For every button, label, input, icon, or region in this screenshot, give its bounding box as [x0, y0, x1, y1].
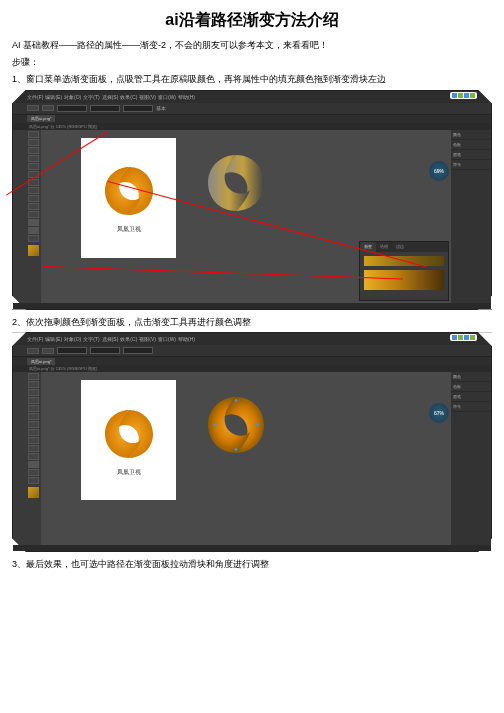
rotate-tool-icon-2[interactable] — [28, 445, 39, 452]
stroke-swatch-2[interactable] — [42, 348, 54, 354]
menubar-2: 文件(F) 编辑(E) 对象(O) 文字(T) 选择(S) 效果(C) 视图(V… — [13, 333, 491, 345]
rpanel-symbols[interactable]: 符号 — [451, 160, 491, 170]
svg-point-3 — [235, 448, 238, 451]
doc-tab[interactable]: 凤凰ai.png* — [27, 115, 55, 122]
stroke-weight-2[interactable] — [57, 347, 87, 354]
opacity-field-2[interactable] — [90, 347, 120, 354]
style-select-2[interactable] — [123, 347, 153, 354]
doc-tabbar-2: 凤凰ai.png* — [13, 357, 491, 365]
logo-edit-target[interactable] — [201, 148, 281, 228]
gradient-tool-icon[interactable] — [28, 219, 39, 226]
menu-view-2[interactable]: 视图(V) — [139, 336, 156, 342]
menu-edit-2[interactable]: 编辑(E) — [45, 336, 62, 342]
menu-window[interactable]: 窗口(W) — [158, 94, 176, 100]
doc-tabbar: 凤凰ai.png* — [13, 115, 491, 123]
scale-tool-icon-2[interactable] — [28, 453, 39, 460]
menu-help[interactable]: 帮助(H) — [178, 94, 195, 100]
rpanel-brushes[interactable]: 画笔 — [451, 150, 491, 160]
eyedropper-tool-icon[interactable] — [28, 227, 39, 234]
direct-select-icon-2[interactable] — [28, 381, 39, 388]
type-tool-icon-2[interactable] — [28, 397, 39, 404]
svg-point-1 — [235, 399, 238, 402]
brush-tool-icon-2[interactable] — [28, 421, 39, 428]
transparency-tab[interactable]: 透明 — [376, 242, 392, 252]
phoenix-logo-selected — [201, 390, 271, 460]
zoom-tool-icon-2[interactable] — [28, 477, 39, 484]
line-tool-icon-2[interactable] — [28, 405, 39, 412]
rotate-tool-icon[interactable] — [28, 203, 39, 210]
search-badge-2[interactable] — [450, 334, 477, 341]
stroke-weight[interactable] — [57, 105, 87, 112]
artboard: 凤凰卫视 — [81, 138, 176, 258]
stroke-swatch[interactable] — [42, 105, 54, 111]
rpanel-symbols-2[interactable]: 符号 — [451, 402, 491, 412]
menu-file-2[interactable]: 文件(F) — [27, 336, 43, 342]
rpanel-swatches-2[interactable]: 色板 — [451, 382, 491, 392]
menubar: 文件(F) 编辑(E) 对象(O) 文字(T) 选择(S) 效果(C) 视图(V… — [13, 91, 491, 103]
stroke-tab[interactable]: 描边 — [392, 242, 408, 252]
gradient-tool-icon-2[interactable] — [28, 461, 39, 468]
workspace-2: 凤凰卫视 — [27, 372, 451, 545]
selection-tool-icon[interactable] — [28, 131, 39, 138]
fill-swatch-2[interactable] — [27, 348, 39, 354]
pen-tool-icon-2[interactable] — [28, 389, 39, 396]
doc-tab-2[interactable]: 凤凰ai.png* — [27, 358, 55, 365]
line-tool-icon[interactable] — [28, 163, 39, 170]
menu-effect-2[interactable]: 效果(C) — [120, 336, 137, 342]
menu-view[interactable]: 视图(V) — [139, 94, 156, 100]
steps-label: 步骤： — [12, 56, 492, 69]
rpanel-color[interactable]: 颜色 — [451, 130, 491, 140]
rpanel-color-2[interactable]: 颜色 — [451, 372, 491, 382]
selection-tool-icon-2[interactable] — [28, 373, 39, 380]
menu-window-2[interactable]: 窗口(W) — [158, 336, 176, 342]
menu-effect[interactable]: 效果(C) — [120, 94, 137, 100]
menu-select[interactable]: 选择(S) — [102, 94, 119, 100]
pencil-tool-icon-2[interactable] — [28, 429, 39, 436]
step-1: 1、窗口菜单选渐变面板，点吸管工具在原稿吸颜色，再将属性中的填充颜色拖到渐变滑块… — [12, 73, 492, 86]
pencil-tool-icon[interactable] — [28, 187, 39, 194]
phoenix-logo-orange — [99, 161, 159, 221]
zoom-info-2: 凤凰ai.png* @ 135% (RGB/GPU 预览) — [13, 365, 491, 372]
style-select[interactable] — [123, 105, 153, 112]
menu-object-2[interactable]: 对象(O) — [64, 336, 81, 342]
fill-swatch[interactable] — [27, 105, 39, 111]
eraser-tool-icon-2[interactable] — [28, 437, 39, 444]
artboard-caption: 凤凰卫视 — [117, 225, 141, 234]
search-badge[interactable] — [450, 92, 477, 99]
canvas-2[interactable]: 凤凰卫视 — [41, 372, 451, 545]
rpanel-swatches[interactable]: 色板 — [451, 140, 491, 150]
gradient-preview[interactable] — [364, 270, 444, 290]
zoom-info: 凤凰ai.png* @ 135% (RGB/GPU 预览) — [13, 123, 491, 130]
right-panel-2: 颜色 色板 画笔 符号 — [451, 372, 491, 545]
opacity-field[interactable] — [90, 105, 120, 112]
gradient-panel[interactable]: 渐变 透明 描边 — [359, 241, 449, 301]
gpu-badge: 69% — [429, 161, 449, 181]
menu-help-2[interactable]: 帮助(H) — [178, 336, 195, 342]
zoom-tool-icon[interactable] — [28, 235, 39, 242]
control-bar-2 — [13, 345, 491, 357]
fill-gradient-swatch[interactable] — [28, 245, 39, 256]
menu-type-2[interactable]: 文字(T) — [83, 336, 99, 342]
artboard-caption-2: 凤凰卫视 — [117, 468, 141, 477]
menu-object[interactable]: 对象(O) — [64, 94, 81, 100]
type-tool-icon[interactable] — [28, 155, 39, 162]
right-panel: 颜色 色板 画笔 符号 — [451, 130, 491, 303]
rpanel-brushes-2[interactable]: 画笔 — [451, 392, 491, 402]
menu-select-2[interactable]: 选择(S) — [102, 336, 119, 342]
step-3: 3、最后效果，也可选中路径在渐变面板拉动滑块和角度进行调整 — [12, 558, 492, 571]
statusbar — [13, 303, 491, 309]
scale-tool-icon[interactable] — [28, 211, 39, 218]
phoenix-logo-orange-2 — [99, 404, 159, 464]
svg-point-2 — [256, 424, 259, 427]
menu-file[interactable]: 文件(F) — [27, 94, 43, 100]
rect-tool-icon-2[interactable] — [28, 413, 39, 420]
eraser-tool-icon[interactable] — [28, 195, 39, 202]
pen-tool-icon[interactable] — [28, 147, 39, 154]
menu-edit[interactable]: 编辑(E) — [45, 94, 62, 100]
menu-type[interactable]: 文字(T) — [83, 94, 99, 100]
direct-select-icon[interactable] — [28, 139, 39, 146]
eyedropper-tool-icon-2[interactable] — [28, 469, 39, 476]
control-bar: 基本 — [13, 103, 491, 115]
logo-edit-target-2[interactable] — [201, 390, 281, 470]
fill-gradient-swatch-2[interactable] — [28, 487, 39, 498]
